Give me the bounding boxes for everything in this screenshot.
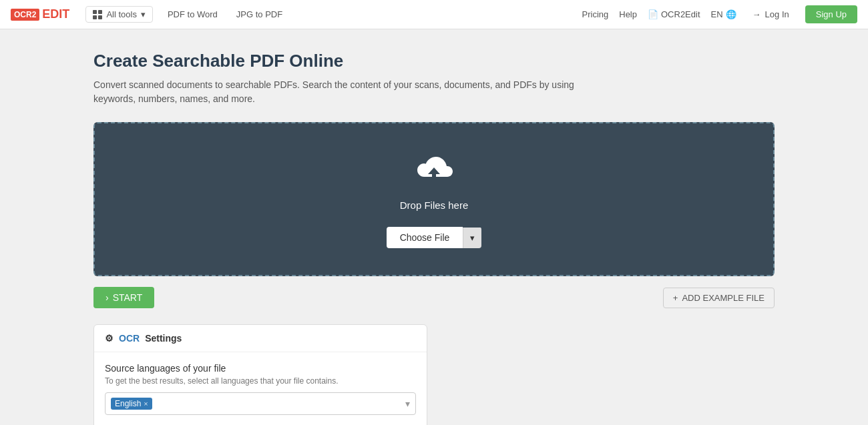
globe-icon: 🌐 xyxy=(726,9,736,19)
logo-edit: EDIT xyxy=(42,7,69,21)
logo[interactable]: OCR2 EDIT xyxy=(11,7,69,21)
lang-label: EN xyxy=(711,9,723,19)
pricing-link[interactable]: Pricing xyxy=(582,9,609,19)
start-arrow-icon: › xyxy=(105,292,109,303)
login-arrow-icon: → xyxy=(752,9,761,19)
add-example-label: ADD EXAMPLE FILE xyxy=(682,293,765,303)
choose-file-button[interactable]: Choose File ▾ xyxy=(387,227,482,248)
ocr-abbr: OCR xyxy=(119,333,140,344)
logo-box: OCR2 xyxy=(11,9,39,21)
cloud-upload-icon xyxy=(411,150,457,190)
page-title: Create Searchable PDF Online xyxy=(93,51,775,71)
lang-tag-text: English xyxy=(115,399,141,408)
start-button[interactable]: › START xyxy=(93,287,154,308)
add-example-button[interactable]: + ADD EXAMPLE FILE xyxy=(663,288,775,308)
language-select-container[interactable]: English × xyxy=(105,392,416,415)
source-lang-label: Source languages of your file xyxy=(105,363,416,374)
language-selector[interactable]: EN 🌐 xyxy=(711,9,736,19)
logo-ocr: OCR xyxy=(14,10,32,19)
navbar: OCR2 EDIT All tools PDF to Word JPG to P… xyxy=(0,0,868,29)
settings-title-suffix: Settings xyxy=(145,333,182,344)
action-row: › START + ADD EXAMPLE FILE xyxy=(93,287,775,308)
english-language-tag[interactable]: English × xyxy=(111,398,152,410)
logo-2: 2 xyxy=(32,10,37,19)
choose-file-main-button[interactable]: Choose File xyxy=(387,227,463,248)
ocr-settings-card: ⚙ OCR Settings Source languages of your … xyxy=(93,324,427,425)
nav-jpg-to-pdf[interactable]: JPG to PDF xyxy=(232,7,286,22)
lang-dropdown-arrow[interactable] xyxy=(405,398,410,409)
choose-file-dropdown-button[interactable]: ▾ xyxy=(463,228,481,248)
help-link[interactable]: Help xyxy=(619,9,637,19)
lang-tag-close-icon[interactable]: × xyxy=(144,400,148,408)
source-lang-hint: To get the best results, select all lang… xyxy=(105,376,416,386)
ocr2edit-link[interactable]: 📄 OCR2Edit xyxy=(648,9,700,19)
main-content: Create Searchable PDF Online Convert sca… xyxy=(80,29,788,425)
plus-icon: + xyxy=(673,293,678,303)
nav-pdf-to-word[interactable]: PDF to Word xyxy=(164,7,222,22)
login-label: Log In xyxy=(765,9,789,19)
login-button[interactable]: → Log In xyxy=(747,7,795,22)
all-tools-label: All tools xyxy=(106,9,137,19)
page-description: Convert scanned documents to searchable … xyxy=(93,78,601,106)
drop-zone[interactable]: Drop Files here Choose File ▾ xyxy=(93,122,775,276)
grid-icon xyxy=(93,10,102,19)
drop-files-text: Drop Files here xyxy=(400,199,469,211)
gear-icon: ⚙ xyxy=(105,333,114,344)
all-tools-button[interactable]: All tools xyxy=(85,6,153,23)
ocr2edit-icon: 📄 xyxy=(648,9,658,19)
ocr-settings-body: Source languages of your file To get the… xyxy=(94,352,427,425)
chevron-down-icon xyxy=(141,9,146,19)
start-label: START xyxy=(113,292,143,303)
ocr-settings-header: ⚙ OCR Settings xyxy=(94,325,427,352)
ocr2edit-label: OCR2Edit xyxy=(661,9,700,19)
navbar-right: Pricing Help 📄 OCR2Edit EN 🌐 → Log In Si… xyxy=(582,5,858,23)
signup-button[interactable]: Sign Up xyxy=(805,5,857,23)
